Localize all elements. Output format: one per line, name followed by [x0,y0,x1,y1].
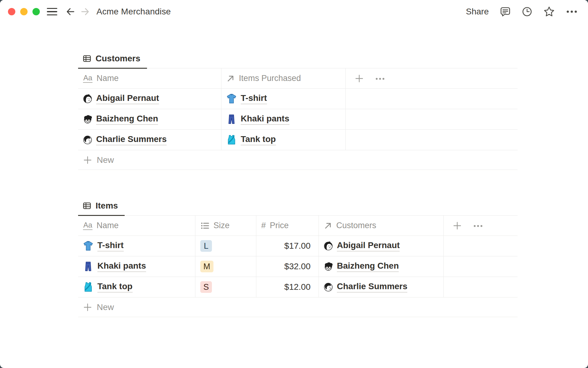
column-header-items-purchased[interactable]: Items Purchased [221,68,346,88]
table-options-button[interactable] [375,77,385,80]
forward-button[interactable] [80,6,90,17]
name-cell[interactable]: Tank top [78,277,195,297]
table-options-button[interactable] [473,224,483,228]
more-options-button[interactable] [566,10,578,13]
name-cell[interactable]: T-shirt [78,236,195,256]
relation-arrow-icon [226,74,235,83]
items-purchased-cell[interactable]: Tank top [221,130,346,150]
column-header-label: Customers [336,221,376,230]
new-row-label: New [97,155,114,165]
table-view-icon [82,201,92,210]
empty-cell[interactable] [444,277,518,297]
page-title-breadcrumb[interactable]: Acme Merchandise [96,7,171,17]
empty-cell[interactable] [444,236,518,256]
forward-arrow-icon [80,6,90,17]
column-header-size[interactable]: Size [195,216,256,236]
topbar-actions: Share [466,6,578,17]
zoom-window-button[interactable] [32,8,40,15]
customers-cell[interactable]: Charlie Summers [319,277,444,297]
name-cell[interactable]: Abigail Pernaut [78,89,221,109]
tab-items[interactable]: Items [78,201,125,216]
price-cell[interactable]: $32.00 [256,256,319,277]
person-name: Baizheng Chen [337,261,399,272]
item-name: T-shirt [97,240,124,251]
person-page-link[interactable]: Baizheng Chen [324,261,399,272]
items-purchased-cell[interactable]: T-shirt [221,89,346,109]
relation-arrow-icon [324,221,332,230]
tab-customers[interactable]: Customers [78,54,147,69]
item-page-link[interactable]: Khaki pants [83,261,146,272]
size-badge[interactable]: L [200,240,212,252]
person-page-link[interactable]: Charlie Summers [83,134,167,145]
top-bar: Acme Merchandise Share [0,0,588,23]
share-button[interactable]: Share [466,7,489,17]
customers-cell[interactable]: Abigail Pernaut [319,236,444,256]
tab-label: Items [96,201,118,211]
customers-row-1: Abigail Pernaut T-shirt [78,89,518,109]
person-name: Charlie Summers [337,282,407,293]
person-page-link[interactable]: Baizheng Chen [83,114,158,125]
name-cell[interactable]: Baizheng Chen [78,109,221,129]
empty-cell[interactable] [346,89,518,109]
item-page-link[interactable]: Tank top [83,282,133,293]
column-header-label: Price [270,221,289,230]
size-cell[interactable]: M [195,256,256,277]
empty-cell[interactable] [444,256,518,277]
customers-database: Customers Aa Name Items Purchased Abigai… [78,48,518,170]
column-header-name[interactable]: Aa Name [78,68,221,88]
avatar-baizheng-icon [324,262,333,271]
item-name: Tank top [97,282,133,293]
column-header-price[interactable]: # Price [256,216,319,236]
clock-icon [522,6,532,17]
sidebar-toggle-hamburger-icon[interactable] [47,8,57,15]
item-page-link[interactable]: Tank top [226,134,276,145]
customers-new-row-button[interactable]: New [78,150,518,170]
plus-icon [83,155,92,165]
ellipsis-icon [566,10,578,13]
column-header-customers[interactable]: Customers [319,216,444,236]
item-page-link[interactable]: T-shirt [83,240,124,251]
column-header-name[interactable]: Aa Name [78,216,195,236]
name-cell[interactable]: Khaki pants [78,256,195,277]
table-view-icon [82,54,92,63]
price-value: $12.00 [284,282,311,292]
empty-cell[interactable] [346,109,518,129]
tshirt-icon [226,94,237,104]
favorite-button[interactable] [543,6,555,17]
price-cell[interactable]: $17.00 [256,236,319,256]
items-purchased-cell[interactable]: Khaki pants [221,109,346,129]
tshirt-icon [83,241,93,251]
item-name: Khaki pants [97,261,146,272]
person-page-link[interactable]: Abigail Pernaut [83,93,159,104]
person-name: Abigail Pernaut [96,93,159,104]
size-cell[interactable]: S [195,277,256,297]
star-icon [543,6,555,17]
column-header-label: Name [96,74,119,83]
history-button[interactable] [522,6,532,17]
person-name: Charlie Summers [96,134,167,145]
customers-cell[interactable]: Baizheng Chen [319,256,444,277]
comments-button[interactable] [500,6,511,17]
person-page-link[interactable]: Abigail Pernaut [324,240,400,251]
name-cell[interactable]: Charlie Summers [78,130,221,150]
tab-label: Customers [96,54,140,63]
tank-top-icon [83,282,93,292]
add-column-button[interactable] [355,74,364,83]
back-button[interactable] [65,6,76,17]
back-arrow-icon [65,6,76,17]
size-cell[interactable]: L [195,236,256,256]
minimize-window-button[interactable] [20,8,28,15]
item-page-link[interactable]: T-shirt [226,93,267,104]
person-name: Abigail Pernaut [337,240,400,251]
item-page-link[interactable]: Khaki pants [226,114,289,125]
items-new-row-button[interactable]: New [78,297,518,317]
price-cell[interactable]: $12.00 [256,277,319,297]
column-header-label: Size [213,221,230,230]
add-column-button[interactable] [453,221,462,230]
close-window-button[interactable] [8,8,15,15]
person-page-link[interactable]: Charlie Summers [324,282,407,293]
size-badge[interactable]: M [200,261,213,272]
avatar-baizheng-icon [83,115,92,124]
empty-cell[interactable] [346,130,518,150]
size-badge[interactable]: S [200,281,212,293]
